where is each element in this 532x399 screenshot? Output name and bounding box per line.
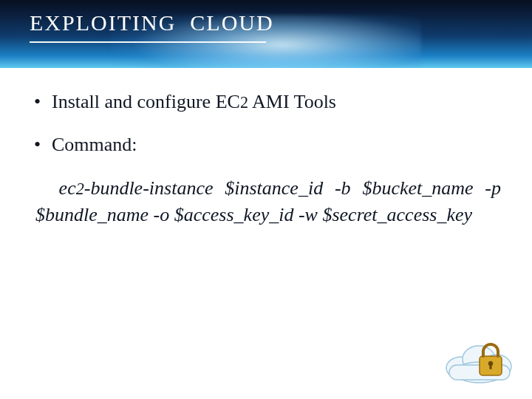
slide-title: EXPLOITING CLOUD	[30, 10, 274, 35]
title-underline	[30, 41, 266, 43]
slide: EXPLOITING CLOUD Install and configure E…	[0, 0, 532, 399]
svg-rect-7	[489, 364, 491, 369]
cloud-lock-icon	[439, 332, 520, 390]
content-area: Install and configure EC2 AMI Tools Comm…	[0, 68, 532, 229]
bullet-command-label: Command:	[31, 132, 501, 158]
header-bar: EXPLOITING CLOUD	[0, 0, 532, 68]
bullet-install: Install and configure EC2 AMI Tools	[31, 89, 501, 115]
command-text: ec2-bundle-instance $instance_id -b $buc…	[31, 175, 501, 229]
